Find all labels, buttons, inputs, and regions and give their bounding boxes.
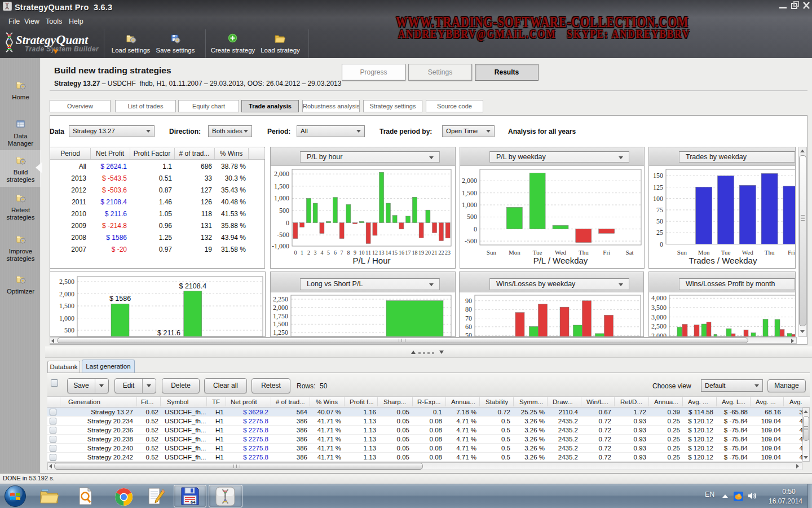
svg-text:64: 64 [191,500,196,505]
